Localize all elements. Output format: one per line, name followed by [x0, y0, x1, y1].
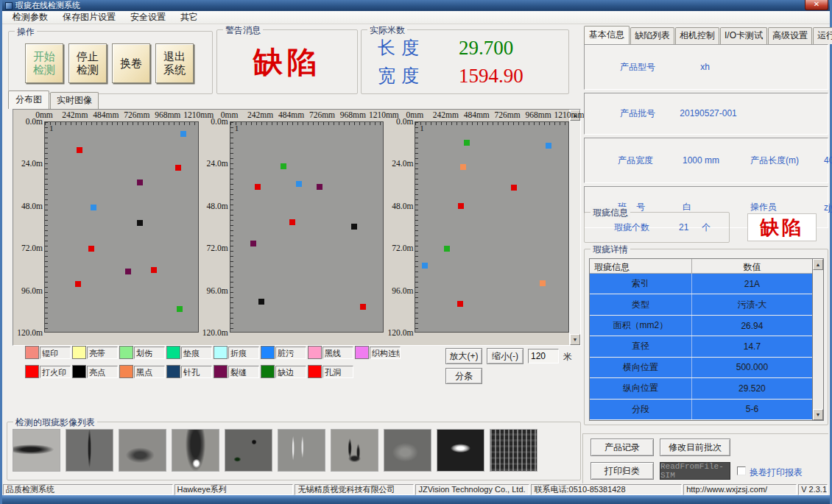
menu-item-3[interactable]: 安全设置: [123, 10, 173, 24]
defect-point[interactable]: [457, 301, 463, 307]
defect-point[interactable]: [75, 281, 81, 287]
defect-image-10[interactable]: [490, 429, 537, 472]
defect-point[interactable]: [464, 140, 470, 146]
zoom-out-button[interactable]: 缩小(-): [487, 348, 523, 364]
legend-color-swatch: [261, 346, 275, 359]
x-axis-labels: 0mm242mm484mm726mm968mm1210mm: [415, 110, 569, 121]
op-button-4[interactable]: 退出 系统: [155, 43, 194, 83]
defect-point[interactable]: [180, 131, 186, 137]
defect-point[interactable]: [77, 147, 82, 153]
tab-realtime-image[interactable]: 实时图像: [50, 92, 99, 109]
panel-index-label: 1: [235, 124, 239, 132]
status-cell-4: JZVision Technology Co., Ltd.: [415, 484, 529, 495]
defect-point[interactable]: [444, 246, 450, 252]
defect-point[interactable]: [151, 267, 157, 273]
y-tick-label: 48.0m: [207, 202, 228, 210]
detail-row[interactable]: 索引21A: [590, 274, 812, 294]
y-tick-label: 24.0m: [392, 159, 413, 168]
modify-batch-button[interactable]: 修改目前批次: [660, 439, 730, 456]
defect-point[interactable]: [540, 280, 546, 286]
defect-count-unit: 个: [702, 221, 711, 234]
defect-point[interactable]: [255, 184, 261, 190]
defect-image-8[interactable]: [384, 429, 431, 472]
settings-tab-6[interactable]: 运行状态信息: [813, 27, 832, 44]
menu-item-4[interactable]: 其它: [173, 10, 205, 24]
meters-input[interactable]: [528, 349, 559, 363]
print-classify-button[interactable]: 打印归类: [590, 462, 654, 480]
detail-table-scrollbar[interactable]: ▲ ▼: [812, 259, 823, 420]
defect-image-6[interactable]: [278, 429, 325, 472]
defect-image-5[interactable]: [225, 429, 272, 472]
detail-row[interactable]: 横向位置500.000: [590, 358, 812, 378]
defect-point[interactable]: [458, 203, 464, 209]
op-button-1[interactable]: 开始 检测: [25, 43, 63, 83]
detail-row[interactable]: 纵向位置29.520: [590, 378, 812, 399]
scroll-up-icon[interactable]: ▲: [813, 259, 823, 270]
defect-point[interactable]: [91, 205, 96, 210]
defect-point[interactable]: [125, 269, 131, 274]
y-tick-label: 0.0m: [211, 117, 228, 126]
detail-row[interactable]: 类型污渍-大: [590, 294, 812, 315]
op-button-3[interactable]: 换卷: [112, 43, 150, 83]
defect-point[interactable]: [296, 181, 302, 187]
status-cell-6: http://www.wxjzsj.com/: [683, 484, 797, 495]
meters-unit-label: 米: [563, 351, 572, 363]
defect-point[interactable]: [511, 185, 517, 191]
defect-point[interactable]: [460, 164, 466, 170]
scroll-down-icon[interactable]: ▼: [813, 409, 823, 420]
settings-tab-1[interactable]: 基本信息: [584, 26, 630, 44]
defect-point[interactable]: [289, 219, 295, 225]
legend-label: 脏污: [275, 347, 306, 359]
defect-image-1[interactable]: [13, 429, 60, 472]
defect-point[interactable]: [258, 299, 264, 305]
defect-detail-group: 瑕疵详情 瑕疵信息 数值 索引21A类型污渍-大面积（mm2）26.94直径14…: [584, 249, 828, 425]
legend-color-swatch: [25, 365, 39, 378]
legend-item: 脏污: [261, 346, 308, 359]
settings-tab-5[interactable]: 高级设置: [768, 27, 812, 44]
defect-image-3[interactable]: [119, 429, 166, 472]
defect-thumbnails: [7, 422, 580, 478]
defect-point[interactable]: [546, 143, 551, 149]
detail-row[interactable]: 分段5-6: [590, 400, 812, 420]
op-button-2[interactable]: 停止 检测: [68, 43, 107, 83]
defect-image-9[interactable]: [437, 429, 484, 472]
defect-point[interactable]: [360, 304, 366, 310]
close-button[interactable]: ✕: [805, 0, 828, 10]
detail-row-label: 直径: [590, 336, 692, 356]
defect-image-7[interactable]: [331, 429, 378, 472]
defect-point[interactable]: [351, 224, 357, 230]
split-button[interactable]: 分条: [445, 368, 482, 384]
defect-point[interactable]: [137, 220, 143, 226]
detail-row[interactable]: 直径14.7: [590, 336, 812, 357]
print-on-roll-change-checkbox[interactable]: [737, 466, 746, 475]
detail-row[interactable]: 面积（mm2）26.94: [590, 316, 812, 336]
defect-image-4[interactable]: [172, 429, 219, 472]
defect-image-2[interactable]: [66, 429, 113, 472]
defect-point[interactable]: [281, 163, 286, 169]
scroll-down-icon[interactable]: ▼: [570, 334, 580, 345]
zoom-in-button[interactable]: 放大(+): [445, 348, 482, 364]
warning-text: 缺陷: [217, 30, 357, 93]
read-from-file-button[interactable]: ReadFromFile-SIM: [660, 462, 730, 480]
defect-point[interactable]: [422, 263, 428, 269]
plot-scrollbar[interactable]: ▲▼: [569, 110, 580, 345]
settings-tab-4[interactable]: I/O卡测试: [720, 27, 767, 44]
defect-point[interactable]: [250, 241, 256, 246]
defect-point[interactable]: [88, 246, 94, 252]
menu-item-2[interactable]: 保存图片设置: [55, 10, 123, 24]
settings-tab-3[interactable]: 相机控制: [675, 27, 719, 44]
defect-point[interactable]: [137, 180, 143, 185]
legend-item: 亮点: [72, 365, 119, 378]
y-tick-label: 72.0m: [207, 244, 228, 252]
defect-point[interactable]: [175, 165, 181, 171]
menu-item-1[interactable]: 检测参数: [5, 10, 55, 24]
tab-distribution-map[interactable]: 分布图: [8, 90, 49, 109]
defect-point[interactable]: [177, 306, 183, 312]
settings-tab-2[interactable]: 缺陷列表: [630, 27, 674, 44]
defect-point[interactable]: [317, 184, 322, 190]
scatter-panel-3: 0mm242mm484mm726mm968mm1210mm0.0m24.0m48…: [384, 110, 569, 345]
meters-group: 实际米数 长度 29.700 宽度 1594.90: [361, 29, 569, 94]
legend-label: 打火印: [40, 366, 71, 378]
product-record-button[interactable]: 产品记录: [590, 439, 654, 456]
legend-color-swatch: [261, 365, 275, 378]
